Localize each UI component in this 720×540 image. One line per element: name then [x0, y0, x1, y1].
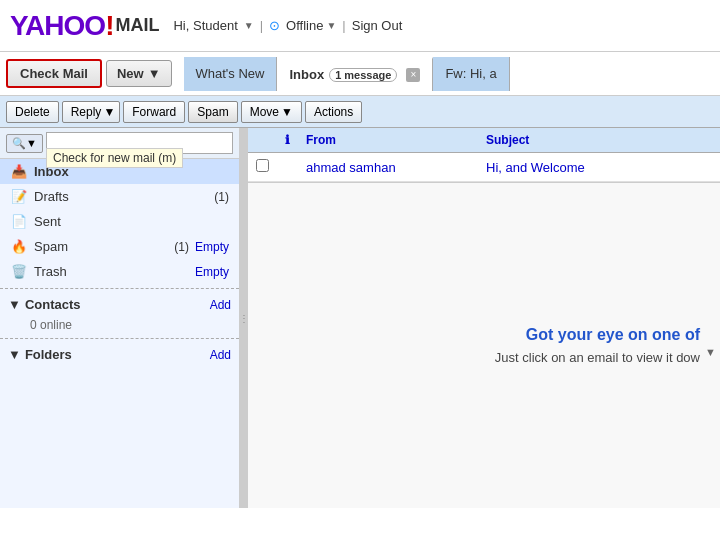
separator2: | — [342, 18, 345, 33]
row-checkbox-cell — [248, 153, 277, 182]
delete-button[interactable]: Delete — [6, 101, 59, 123]
col-subject[interactable]: Subject — [478, 128, 720, 153]
divider1 — [0, 288, 239, 289]
spam-count: (1) — [174, 240, 189, 254]
header: YAHOO! MAIL Hi, Student ▼ | ⊙ Offline ▼ … — [0, 0, 720, 52]
contacts-label: Contacts — [25, 297, 81, 312]
folders-arrow[interactable]: ▼ — [8, 347, 21, 362]
move-arrow: ▼ — [281, 105, 293, 119]
row-subject-cell[interactable]: Hi, and Welcome — [478, 153, 720, 182]
actions-button[interactable]: Actions — [305, 101, 362, 123]
preview-subtext: Just click on an email to view it dow — [495, 350, 700, 365]
sidebar-item-spam[interactable]: 🔥 Spam (1) Empty — [0, 234, 239, 259]
spam-label: Spam — [34, 239, 168, 254]
offline-dropdown-arrow: ▼ — [326, 20, 336, 31]
new-label: New — [117, 66, 144, 81]
new-button[interactable]: New ▼ — [106, 60, 172, 87]
yahoo-wordmark: YAHOO! — [10, 10, 113, 42]
sidebar-item-trash[interactable]: 🗑️ Trash Empty — [0, 259, 239, 284]
drafts-icon: 📝 — [10, 189, 28, 204]
tab-whats-new[interactable]: What's New — [184, 57, 278, 91]
reply-button[interactable]: Reply ▼ — [62, 101, 121, 123]
col-info: ℹ — [277, 128, 298, 153]
table-row[interactable]: ahmad samhan Hi, and Welcome — [248, 153, 720, 182]
scroll-down-icon[interactable]: ▼ — [705, 346, 716, 358]
user-dropdown-arrow[interactable]: ▼ — [244, 20, 254, 31]
splitter[interactable]: ⋮ — [240, 128, 248, 508]
col-from[interactable]: From — [298, 128, 478, 153]
contacts-online-count: 0 online — [0, 316, 239, 334]
row-info-cell — [277, 153, 298, 182]
folders-label: Folders — [25, 347, 72, 362]
reply-arrow: ▼ — [103, 105, 115, 119]
divider2 — [0, 338, 239, 339]
spam-empty-link[interactable]: Empty — [195, 240, 229, 254]
row-checkbox[interactable] — [256, 159, 269, 172]
table-header-row: ℹ From Subject — [248, 128, 720, 153]
preview-headline: Got your eye on one of — [526, 326, 700, 344]
signout-link[interactable]: Sign Out — [352, 18, 403, 33]
sent-label: Sent — [34, 214, 229, 229]
sent-icon: 📄 — [10, 214, 28, 229]
row-from-cell[interactable]: ahmad samhan — [298, 153, 478, 182]
email-table: ℹ From Subject ahmad samhan Hi, and Welc… — [248, 128, 720, 182]
inbox-icon: 📥 — [10, 164, 28, 179]
col-checkbox — [248, 128, 277, 153]
main-layout: 🔍 ▼ Check for new mail (m) 📥 Inbox 📝 Dra… — [0, 128, 720, 508]
toolbar: Check Mail New ▼ What's New Inbox 1 mess… — [0, 52, 720, 96]
offline-button[interactable]: Offline ▼ — [286, 18, 336, 33]
trash-empty-link[interactable]: Empty — [195, 265, 229, 279]
move-button[interactable]: Move ▼ — [241, 101, 302, 123]
inbox-badge: 1 message — [329, 68, 397, 82]
mail-label: MAIL — [115, 15, 159, 36]
contacts-section-header: ▼ Contacts Add — [0, 293, 239, 316]
user-info: Hi, Student ▼ | ⊙ Offline ▼ | Sign Out — [173, 18, 402, 33]
offline-icon: ⊙ — [269, 18, 280, 33]
search-dropdown-arrow: ▼ — [26, 137, 37, 149]
tabs-row: What's New Inbox 1 message × Fw: Hi, a — [184, 57, 510, 91]
new-arrow: ▼ — [148, 66, 161, 81]
trash-icon: 🗑️ — [10, 264, 28, 279]
tab-fw[interactable]: Fw: Hi, a — [433, 57, 509, 91]
check-mail-button[interactable]: Check Mail — [6, 59, 102, 88]
content-area: ℹ From Subject ahmad samhan Hi, and Welc… — [248, 128, 720, 508]
drafts-label: Drafts — [34, 189, 208, 204]
sidebar-item-drafts[interactable]: 📝 Drafts (1) — [0, 184, 239, 209]
folders-add-link[interactable]: Add — [210, 348, 231, 362]
yahoo-logo: YAHOO! MAIL — [10, 10, 159, 42]
spam-icon: 🔥 — [10, 239, 28, 254]
preview-panel: Got your eye on one of Just click on an … — [248, 182, 720, 508]
greeting-text: Hi, Student — [173, 18, 237, 33]
drafts-count: (1) — [214, 190, 229, 204]
move-label: Move — [250, 105, 279, 119]
forward-button[interactable]: Forward — [123, 101, 185, 123]
sidebar-item-sent[interactable]: 📄 Sent — [0, 209, 239, 234]
tab-inbox[interactable]: Inbox 1 message × — [277, 57, 433, 91]
inbox-tab-label: Inbox — [289, 67, 324, 82]
offline-label: Offline — [286, 18, 323, 33]
whats-new-label: What's New — [196, 66, 265, 81]
fw-tab-label: Fw: Hi, a — [445, 66, 496, 81]
search-icon-button[interactable]: 🔍 ▼ — [6, 134, 43, 153]
search-tooltip: Check for new mail (m) — [46, 148, 183, 168]
spam-button[interactable]: Spam — [188, 101, 237, 123]
contacts-arrow[interactable]: ▼ — [8, 297, 21, 312]
inbox-close-button[interactable]: × — [406, 68, 420, 82]
reply-label: Reply — [71, 105, 102, 119]
folders-section-header: ▼ Folders Add — [0, 343, 239, 366]
sidebar: 🔍 ▼ Check for new mail (m) 📥 Inbox 📝 Dra… — [0, 128, 240, 508]
contacts-add-link[interactable]: Add — [210, 298, 231, 312]
search-icon: 🔍 — [12, 137, 26, 150]
separator1: | — [260, 18, 263, 33]
trash-label: Trash — [34, 264, 189, 279]
action-toolbar: Delete Reply ▼ Forward Spam Move ▼ Actio… — [0, 96, 720, 128]
